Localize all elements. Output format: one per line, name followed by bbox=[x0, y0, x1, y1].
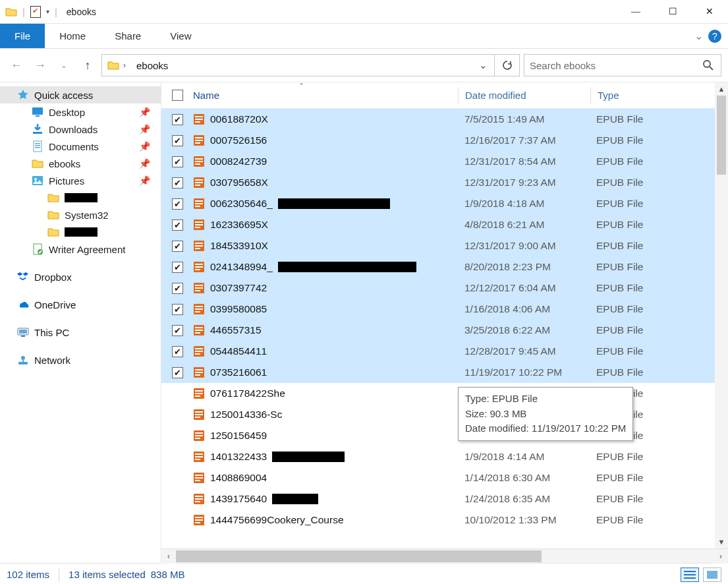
back-button[interactable]: ← bbox=[7, 55, 26, 75]
tab-share[interactable]: Share bbox=[100, 24, 155, 48]
row-checkbox[interactable]: ✔ bbox=[172, 241, 183, 252]
table-row[interactable]: ✔ 006188720X 7/5/2015 1:49 AM EPUB File bbox=[161, 109, 728, 130]
row-checkbox[interactable]: ✔ bbox=[172, 367, 183, 378]
table-row[interactable]: 1408869004 1/14/2018 6:30 AM EPUB File bbox=[161, 467, 728, 488]
qat-caret-icon[interactable]: ▾ bbox=[46, 8, 49, 15]
vertical-scrollbar[interactable]: ▲ ▼ bbox=[715, 82, 728, 548]
table-row[interactable]: ✔ 0399580085 1/16/2018 4:06 AM EPUB File bbox=[161, 299, 728, 320]
sidebar-label bbox=[65, 227, 98, 237]
row-checkbox[interactable]: ✔ bbox=[172, 283, 183, 294]
pin-icon: 📌 bbox=[139, 141, 150, 152]
file-name: 006188720X bbox=[210, 113, 268, 125]
file-area: ⌃ Name Date modified Type ✔ 006188720X 7… bbox=[161, 82, 728, 563]
sidebar-item-downloads[interactable]: Downloads 📌 bbox=[0, 121, 161, 138]
thumbnails-view-icon bbox=[706, 570, 718, 579]
row-checkbox[interactable]: ✔ bbox=[172, 135, 183, 146]
tab-view[interactable]: View bbox=[155, 24, 206, 48]
chevron-right-icon[interactable]: › bbox=[123, 61, 126, 70]
row-checkbox[interactable]: ✔ bbox=[172, 346, 183, 357]
search-input[interactable]: Search ebooks bbox=[524, 54, 721, 76]
table-row[interactable]: ✔ 0062305646_ 1/9/2018 4:18 AM EPUB File bbox=[161, 193, 728, 214]
view-details-button[interactable] bbox=[681, 568, 699, 582]
column-type[interactable]: Type bbox=[591, 90, 710, 101]
dropbox-icon bbox=[17, 271, 29, 283]
close-button[interactable]: ✕ bbox=[691, 0, 728, 24]
row-checkbox[interactable]: ✔ bbox=[172, 219, 183, 231]
svg-rect-25 bbox=[684, 577, 696, 579]
row-checkbox[interactable]: ✔ bbox=[172, 198, 183, 210]
row-checkbox[interactable]: ✔ bbox=[172, 177, 183, 189]
sidebar-quick-access[interactable]: Quick access bbox=[0, 86, 161, 103]
row-checkbox[interactable]: ✔ bbox=[172, 325, 183, 336]
maximize-button[interactable]: ☐ bbox=[654, 0, 691, 24]
table-row[interactable]: ✔ 0307397742 12/12/2017 6:04 AM EPUB Fil… bbox=[161, 277, 728, 299]
tab-home[interactable]: Home bbox=[45, 24, 100, 48]
ribbon-collapse-icon[interactable]: ⌄ bbox=[694, 30, 703, 42]
scroll-thumb[interactable] bbox=[176, 550, 542, 562]
sidebar-item-pictures[interactable]: Pictures 📌 bbox=[0, 172, 161, 189]
up-button[interactable]: ↑ bbox=[78, 55, 98, 75]
sidebar-item-dropbox[interactable]: Dropbox bbox=[0, 268, 161, 285]
folder-icon bbox=[32, 158, 43, 169]
file-name: 0399580085 bbox=[210, 303, 267, 315]
address-dropdown-icon[interactable]: ⌄ bbox=[472, 59, 494, 71]
file-name: 1250014336-Sc bbox=[210, 409, 282, 421]
table-row[interactable]: 1401322433 1/9/2018 4:14 AM EPUB File bbox=[161, 446, 728, 467]
file-name: 1408869004 bbox=[210, 472, 267, 484]
horizontal-scrollbar[interactable]: ‹ › bbox=[161, 548, 728, 563]
tooltip-line: Size: 90.3 MB bbox=[465, 407, 626, 422]
table-row[interactable]: 1444756699Cookery_Course 10/10/2012 1:33… bbox=[161, 510, 728, 531]
table-row[interactable]: ✔ 184533910X 12/31/2017 9:00 AM EPUB Fil… bbox=[161, 235, 728, 256]
table-row[interactable]: ✔ 0008242739 12/31/2017 8:54 AM EPUB Fil… bbox=[161, 151, 728, 172]
sidebar-item-ebooks[interactable]: ebooks 📌 bbox=[0, 155, 161, 172]
minimize-button[interactable]: — bbox=[617, 0, 654, 24]
sidebar-item-recent[interactable] bbox=[0, 223, 161, 241]
table-row[interactable]: 1439175640 1/24/2018 6:35 AM EPUB File bbox=[161, 488, 728, 510]
view-thumbnails-button[interactable] bbox=[703, 568, 721, 582]
sidebar-item-desktop[interactable]: Desktop 📌 bbox=[0, 103, 161, 121]
table-row[interactable]: ✔ 030795658X 12/31/2017 9:23 AM EPUB Fil… bbox=[161, 172, 728, 193]
table-row[interactable]: ✔ 0735216061 11/19/2017 10:22 PM EPUB Fi… bbox=[161, 362, 728, 383]
table-row[interactable]: ✔ 0007526156 12/16/2017 7:37 AM EPUB Fil… bbox=[161, 130, 728, 151]
table-row[interactable]: ✔ 446557315 3/25/2018 6:22 AM EPUB File bbox=[161, 320, 728, 341]
scroll-down-icon[interactable]: ▼ bbox=[715, 535, 728, 548]
forward-button[interactable]: → bbox=[30, 55, 50, 75]
file-name: 184533910X bbox=[210, 240, 268, 252]
scroll-thumb[interactable] bbox=[717, 96, 726, 175]
row-checkbox[interactable]: ✔ bbox=[172, 304, 183, 315]
help-button[interactable]: ? bbox=[708, 30, 721, 43]
sidebar-label: System32 bbox=[65, 210, 109, 221]
scroll-left-icon[interactable]: ‹ bbox=[161, 549, 176, 564]
select-all-checkbox[interactable] bbox=[172, 90, 183, 101]
refresh-button[interactable] bbox=[494, 55, 519, 76]
address-segment[interactable]: ebooks bbox=[136, 60, 168, 71]
sidebar-item-writer-agreement[interactable]: Writer Agreement bbox=[0, 241, 161, 258]
table-row[interactable]: ✔ 0241348994_ 8/20/2018 2:23 PM EPUB Fil… bbox=[161, 256, 728, 277]
file-date: 3/25/2018 6:22 AM bbox=[458, 324, 590, 336]
column-name[interactable]: ⌃ Name bbox=[193, 90, 458, 101]
table-row[interactable]: ✔ 162336695X 4/8/2018 6:21 AM EPUB File bbox=[161, 214, 728, 235]
file-date: 11/19/2017 10:22 PM bbox=[458, 366, 590, 378]
file-name: 162336695X bbox=[210, 219, 268, 231]
address-bar[interactable]: › ebooks ⌄ bbox=[101, 54, 520, 76]
sidebar-item-onedrive[interactable]: OneDrive bbox=[0, 296, 161, 313]
sidebar-item-network[interactable]: Network bbox=[0, 351, 161, 368]
save-icon[interactable] bbox=[30, 6, 41, 18]
scroll-up-icon[interactable]: ▲ bbox=[715, 82, 728, 96]
tab-file[interactable]: File bbox=[0, 24, 45, 48]
sidebar-item-recent[interactable]: System32 bbox=[0, 206, 161, 223]
history-dropdown[interactable]: ⌄ bbox=[54, 55, 74, 75]
table-row[interactable]: 0761178422She /2017 11:42 AM EPUB File bbox=[161, 383, 728, 404]
sidebar-item-documents[interactable]: Documents 📌 bbox=[0, 138, 161, 155]
row-checkbox[interactable]: ✔ bbox=[172, 262, 183, 273]
row-checkbox[interactable]: ✔ bbox=[172, 156, 183, 167]
scroll-right-icon[interactable]: › bbox=[714, 549, 728, 564]
table-row[interactable]: ✔ 0544854411 12/28/2017 9:45 AM EPUB Fil… bbox=[161, 341, 728, 362]
table-row[interactable]: 1250014336-Sc /2013 8:24 PM EPUB File bbox=[161, 404, 728, 425]
column-date[interactable]: Date modified bbox=[459, 90, 590, 101]
row-checkbox[interactable]: ✔ bbox=[172, 114, 183, 125]
sidebar-item-recent[interactable] bbox=[0, 189, 161, 206]
file-name: 1439175640 bbox=[210, 493, 267, 505]
table-row[interactable]: 1250156459 2017 12:41 PM EPUB File bbox=[161, 425, 728, 446]
sidebar-item-this-pc[interactable]: This PC bbox=[0, 324, 161, 341]
